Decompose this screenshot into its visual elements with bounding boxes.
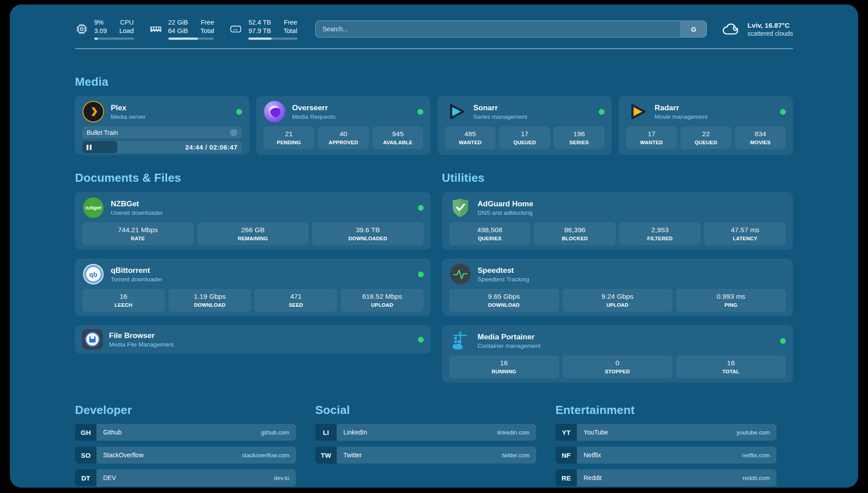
nzbget-stat-rate: 744.21 Mbps RATE <box>82 222 194 245</box>
cloud-icon <box>721 21 742 38</box>
radarr-icon <box>626 100 648 123</box>
sonarr-stat-series: 196 SERIES <box>554 126 605 149</box>
qbittorrent-stat-leech: 16 LEECH <box>82 289 165 312</box>
disk-free-label: Free <box>284 18 297 27</box>
plex-status-dot <box>236 109 242 115</box>
card-sonarr[interactable]: Sonarr Series management 485 WANTED 17 Q… <box>438 96 612 155</box>
radarr-stat-queued: 22 QUEUED <box>680 126 731 149</box>
card-speedtest[interactable]: Speedtest Speedtest Tracking 9.65 Gbps D… <box>442 259 793 316</box>
documents-section-title: Documents & Files <box>75 171 431 185</box>
card-adguard[interactable]: AdGuard Home DNS and adblocking 498,508 … <box>442 192 793 250</box>
adguard-stat-blocked: 86,396 BLOCKED <box>534 222 616 245</box>
stackoverflow-badge: SO <box>75 447 96 464</box>
section-entertainment: Entertainment YT YouTube youtube.com NF … <box>555 403 776 492</box>
github-badge: GH <box>75 424 96 441</box>
link-github[interactable]: GH Github github.com <box>75 424 296 441</box>
overseerr-status-dot <box>417 109 423 115</box>
plex-subtitle: Media server <box>111 113 146 120</box>
entertainment-section-title: Entertainment <box>555 403 776 417</box>
twitter-badge: TW <box>315 447 337 464</box>
link-twitter[interactable]: TW Twitter twitter.com <box>315 447 536 464</box>
cpu-label: CPU <box>120 18 134 27</box>
nzbget-title: NZBGet <box>111 200 163 209</box>
plex-playback-time: 24:44 / 02:06:47 <box>185 143 238 151</box>
radarr-title: Radarr <box>655 104 708 113</box>
portainer-stat-stopped: 0 STOPPED <box>563 355 672 378</box>
session-settings-icon[interactable] <box>230 129 238 137</box>
adguard-stat-filtered: 2,953 FILTERED <box>619 222 701 245</box>
card-overseerr[interactable]: Overseerr Media Requests 21 PENDING 40 A… <box>256 96 430 155</box>
nzbget-icon: nzbget <box>82 196 104 219</box>
utilities-section-title: Utilities <box>442 171 793 185</box>
disk-progress-bar <box>248 38 297 40</box>
disk-free-value: 52.4 TB <box>248 18 271 27</box>
social-section-title: Social <box>315 403 536 417</box>
card-nzbget[interactable]: nzbget NZBGet Usenet downloader 744.21 M… <box>75 192 431 250</box>
disk-icon <box>229 22 242 36</box>
youtube-badge: YT <box>555 424 577 441</box>
qbittorrent-icon: qb <box>82 263 104 285</box>
card-plex[interactable]: Plex Media server Bullet Train <box>75 96 249 155</box>
radarr-stat-movies: 834 MOVIES <box>735 126 786 149</box>
cpu-load-label: Load <box>119 27 134 35</box>
sonarr-icon <box>445 100 467 123</box>
search-input[interactable] <box>316 21 680 37</box>
linkedin-badge: LI <box>315 424 337 441</box>
adguard-icon <box>449 196 472 219</box>
overseerr-icon <box>263 100 286 123</box>
section-utilities: Utilities AdGuard Home DNS and adblockin… <box>442 171 793 383</box>
card-qbittorrent[interactable]: qb qBittorrent Torrent downloader 16 LEE… <box>75 259 431 316</box>
reddit-badge: RE <box>555 469 577 486</box>
link-stackoverflow[interactable]: SO StackOverflow stackoverflow.com <box>75 447 296 464</box>
portainer-stat-running: 16 RUNNING <box>449 355 559 378</box>
netflix-badge: NF <box>555 447 577 464</box>
plex-title: Plex <box>111 104 146 113</box>
sonarr-stat-wanted: 485 WANTED <box>445 126 496 149</box>
link-youtube[interactable]: YT YouTube youtube.com <box>555 424 776 441</box>
speedtest-stat-download: 9.65 Gbps DOWNLOAD <box>449 289 559 312</box>
top-bar: 9% 3.09 CPU Load <box>75 16 793 42</box>
cpu-widget: 9% 3.09 CPU Load <box>75 18 134 40</box>
adguard-subtitle: DNS and adblocking <box>478 209 534 216</box>
cpu-load-value: 3.09 <box>94 27 107 35</box>
sonarr-subtitle: Series management <box>473 113 527 120</box>
card-filebrowser[interactable]: File Browser Media File Management <box>75 325 431 354</box>
link-dev[interactable]: DT DEV dev.to <box>75 469 296 486</box>
speedtest-title: Speedtest <box>478 266 530 275</box>
dev-badge: DT <box>75 469 96 486</box>
plex-now-playing-title: Bullet Train <box>87 129 118 136</box>
portainer-stat-total: 16 TOTAL <box>676 355 786 378</box>
developer-section-title: Developer <box>75 403 296 417</box>
qbittorrent-stat-download: 1.19 Gbps DOWNLOAD <box>168 289 251 312</box>
link-linkedin[interactable]: LI LinkedIn linkedin.com <box>315 424 536 441</box>
radarr-status-dot <box>780 109 786 115</box>
overseerr-title: Overseerr <box>292 104 336 113</box>
pause-icon[interactable] <box>87 145 92 150</box>
portainer-subtitle: Container management <box>478 343 541 349</box>
link-netflix[interactable]: NF Netflix netflix.com <box>555 447 776 464</box>
nzbget-status-dot <box>418 205 424 211</box>
filebrowser-subtitle: Media File Management <box>109 341 174 348</box>
card-radarr[interactable]: Radarr Movie management 17 WANTED 22 QUE… <box>619 96 793 155</box>
card-portainer[interactable]: Media Portainer Container management 16 … <box>442 325 793 383</box>
nzbget-stat-downloaded: 39.6 TB DOWNLOADED <box>312 222 424 245</box>
filebrowser-icon <box>82 329 103 350</box>
section-developer: Developer GH Github github.com SO StackO… <box>75 403 296 492</box>
sonarr-status-dot <box>599 109 605 115</box>
portainer-title: Media Portainer <box>478 333 541 342</box>
sonarr-stat-queued: 17 QUEUED <box>499 126 550 149</box>
search-bar: G <box>315 21 707 38</box>
filebrowser-status-dot <box>418 337 424 343</box>
portainer-status-dot <box>780 338 786 344</box>
link-reddit[interactable]: RE Reddit reddit.com <box>555 469 776 486</box>
search-engine-button[interactable]: G <box>680 21 706 37</box>
memory-progress-bar <box>168 38 214 40</box>
memory-widget: 22 GiB 64 GiB Free Total <box>149 18 214 40</box>
qbittorrent-status-dot <box>418 272 424 277</box>
weather-condition: scattered clouds <box>747 30 793 37</box>
section-documents: Documents & Files nzbget NZBGet Usenet d… <box>75 171 431 383</box>
portainer-icon <box>449 330 472 352</box>
overseerr-stat-available: 945 AVAILABLE <box>372 126 423 149</box>
plex-icon <box>82 100 104 123</box>
overseerr-stat-approved: 40 APPROVED <box>318 126 369 149</box>
